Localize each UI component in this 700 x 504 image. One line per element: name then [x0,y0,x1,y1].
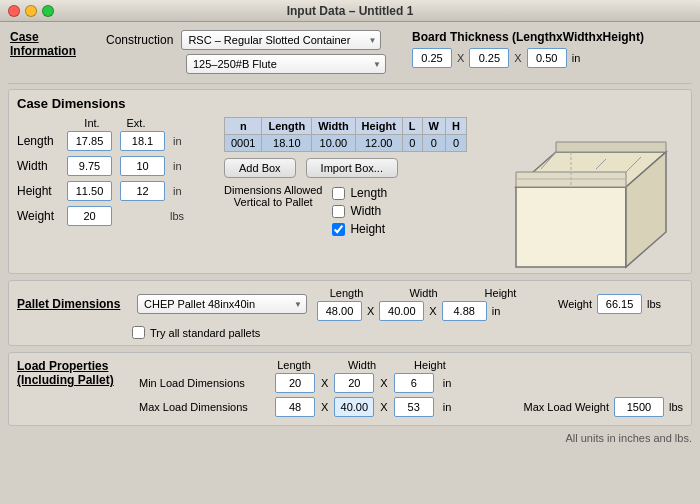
bt-height-input[interactable]: 0.50 [527,48,567,68]
pallet-dims-label: Pallet Dimensions [17,297,127,311]
construction-label: Construction [106,33,173,47]
bt-length-input[interactable]: 0.25 [412,48,452,68]
case-info-label: Case Information [10,30,90,58]
flute-select[interactable]: 125–250#B Flute [186,54,386,74]
table-row[interactable]: 0001 18.10 10.00 12.00 0 0 0 [225,135,467,152]
col-int-header: Int. [67,117,117,129]
window-controls[interactable] [8,5,54,17]
height-ext-input[interactable]: 12 [120,181,165,201]
pallet-dims-section: Pallet Dimensions CHEP Pallet 48inx40in … [8,280,692,346]
add-box-button[interactable]: Add Box [224,158,296,178]
try-all-label: Try all standard pallets [150,327,260,339]
import-box-button[interactable]: Import Box... [306,158,398,178]
dims-inputs-area: Int. Ext. Length 17.85 18.1 in Width 9.7… [17,117,212,267]
pallet-dim-inputs: Length Width Height 48.00 X 40.00 X 4.88… [317,287,528,321]
cell-l: 0 [402,135,422,152]
cell-width: 10.00 [312,135,355,152]
width-ext-input[interactable]: 10 [120,156,165,176]
pallet-col-length: Length [319,287,374,299]
bt-width-input[interactable]: 0.25 [469,48,509,68]
bt-unit: in [572,52,581,64]
pallet-unit: in [492,305,501,317]
pallet-length-input[interactable]: 48.00 [317,301,362,321]
construction-select-wrapper[interactable]: RSC – Regular Slotted Container [181,30,381,50]
th-h: H [445,118,466,135]
box-table: n Length Width Height L W H 0001 18.10 [224,117,467,152]
weight-label: Weight [17,209,67,223]
pallet-height-input[interactable]: 4.88 [442,301,487,321]
max-load-label: Max Load Dimensions [139,401,269,413]
flute-select-wrapper[interactable]: 125–250#B Flute [186,54,386,74]
min-height-input[interactable]: 6 [394,373,434,393]
height-int-input[interactable]: 11.50 [67,181,112,201]
table-buttons: Add Box Import Box... [224,158,464,178]
max-load-row: Max Load Dimensions 48 X 40.00 X 53 in [139,397,512,417]
max-length-input[interactable]: 48 [275,397,315,417]
max-width-input[interactable]: 40.00 [334,397,374,417]
x-sep-2: X [514,52,521,64]
length-int-input[interactable]: 17.85 [67,131,112,151]
pallet-select-wrapper[interactable]: CHEP Pallet 48inx40in [137,294,307,314]
cell-h: 0 [445,135,466,152]
vertical-label-1: Dimensions Allowed [224,184,322,196]
cb-length-row: Length [332,186,387,200]
min-load-label: Min Load Dimensions [139,377,269,389]
construction-select[interactable]: RSC – Regular Slotted Container [181,30,381,50]
title-bar: Input Data – Untitled 1 [0,0,700,22]
width-int-input[interactable]: 9.75 [67,156,112,176]
board-thickness-label: Board Thickness (LengthxWidthxHeight) [412,30,644,44]
pallet-weight-input[interactable]: 66.15 [597,294,642,314]
close-button[interactable] [8,5,20,17]
min-unit: in [443,377,452,389]
max-load-weight-input[interactable]: 1500 [614,397,664,417]
weight-input[interactable]: 20 [67,206,112,226]
cb-width-row: Width [332,204,387,218]
length-ext-input[interactable]: 18.1 [120,131,165,151]
main-content: Case Information Construction RSC – Regu… [0,22,700,448]
pallet-select[interactable]: CHEP Pallet 48inx40in [137,294,307,314]
height-label: Height [17,184,67,198]
cb-length[interactable] [332,187,345,200]
width-row: Width 9.75 10 in [17,156,212,176]
load-props-section: Load Properties (Including Pallet) Lengt… [8,352,692,426]
max-load-weight-label: Max Load Weight [524,401,609,413]
cb-height-label: Height [350,222,385,236]
th-n: n [225,118,262,135]
construction-area: Construction RSC – Regular Slotted Conta… [106,30,386,74]
th-l: L [402,118,422,135]
length-row: Length 17.85 18.1 in [17,131,212,151]
maximize-button[interactable] [42,5,54,17]
minimize-button[interactable] [25,5,37,17]
top-divider [8,83,692,84]
col-ext-header: Ext. [121,117,151,129]
th-w: W [422,118,445,135]
pallet-col-height: Height [473,287,528,299]
load-col-length: Length [274,359,314,371]
int-ext-headers: Int. Ext. [67,117,212,129]
length-label: Length [17,134,67,148]
min-width-input[interactable]: 20 [334,373,374,393]
min-length-input[interactable]: 20 [275,373,315,393]
try-all-checkbox[interactable] [132,326,145,339]
cb-height[interactable] [332,223,345,236]
pallet-width-input[interactable]: 40.00 [379,301,424,321]
cb-height-row: Height [332,222,387,236]
vertical-labels: Dimensions Allowed Vertical to Pallet [224,184,322,238]
svg-marker-4 [556,142,666,152]
min-x2: X [380,377,387,389]
vertical-label-2: Vertical to Pallet [224,196,322,208]
box-3d-svg [486,107,686,287]
load-col-width: Width [342,359,382,371]
th-length: Length [262,118,312,135]
footer-note: All units in inches and lbs. [8,432,692,444]
th-height: Height [355,118,402,135]
max-height-input[interactable]: 53 [394,397,434,417]
cb-width-label: Width [350,204,381,218]
window-title: Input Data – Untitled 1 [287,4,414,18]
vertical-checkboxes: Length Width Height [332,186,387,238]
max-x1: X [321,401,328,413]
cb-width[interactable] [332,205,345,218]
height-row: Height 11.50 12 in [17,181,212,201]
pallet-dims-body: Pallet Dimensions CHEP Pallet 48inx40in … [17,287,683,321]
max-unit: in [443,401,452,413]
